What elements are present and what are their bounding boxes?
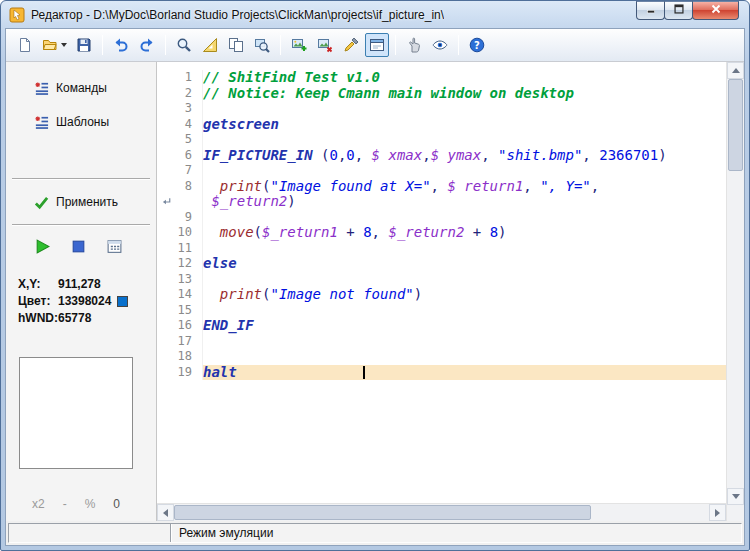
code-line: 13	[157, 272, 726, 288]
title-bar[interactable]: Редактор - D:\MyDoc\Borland Studio Proje…	[5, 1, 745, 28]
help-button[interactable]: ?	[465, 33, 489, 57]
code-text	[203, 272, 726, 288]
check-icon	[34, 195, 49, 210]
code-text	[203, 349, 726, 365]
vertical-scrollbar[interactable]	[726, 62, 744, 521]
code-text: print("Image found at X=", $_return1, ",…	[203, 179, 726, 195]
code-line: $_return2)	[157, 194, 726, 210]
horizontal-scroll-thumb[interactable]	[174, 505, 591, 520]
code-text	[203, 163, 726, 179]
play-icon	[34, 238, 54, 255]
hwnd-readout: hWND: 65778	[6, 310, 156, 327]
code-text	[203, 241, 726, 257]
scrollbar-corner	[727, 505, 744, 521]
line-number: 8	[157, 179, 203, 195]
code-text: END_IF	[203, 318, 726, 334]
stop-button[interactable]	[70, 236, 90, 256]
toolbar-separator	[458, 35, 459, 55]
code-text	[203, 334, 726, 350]
open-folder-icon	[42, 37, 58, 53]
scroll-down-button[interactable]	[727, 488, 744, 505]
status-cell-left	[9, 524, 171, 542]
code-text	[203, 210, 726, 226]
separator	[12, 224, 150, 226]
code-line: 11	[157, 241, 726, 257]
save-button[interactable]	[72, 33, 96, 57]
eye-button[interactable]	[428, 33, 452, 57]
window-title: Редактор - D:\MyDoc\Borland Studio Proje…	[31, 8, 444, 22]
open-folder-button[interactable]	[39, 33, 70, 57]
picture-button[interactable]	[313, 33, 337, 57]
code-line: 19halt	[157, 365, 726, 381]
code-line: 4getscreen	[157, 117, 726, 133]
undo-icon	[113, 37, 129, 53]
sidebar-item-commands[interactable]: Команды	[6, 78, 156, 98]
play-button[interactable]	[34, 236, 54, 256]
redo-button[interactable]	[135, 33, 159, 57]
maximize-button[interactable]	[664, 1, 693, 20]
code-line: 16END_IF	[157, 318, 726, 334]
save-icon	[76, 37, 92, 53]
zoom-value: 0	[113, 497, 120, 511]
minimize-button[interactable]	[636, 1, 665, 20]
new-file-button[interactable]	[13, 33, 37, 57]
undo-button[interactable]	[109, 33, 133, 57]
code-line: 17	[157, 334, 726, 350]
main-content: Команды Шаблоны Применить	[6, 62, 744, 521]
vertical-scroll-thumb[interactable]	[728, 79, 743, 171]
find-picture-button[interactable]	[250, 33, 274, 57]
code-text	[203, 101, 726, 117]
status-bar: Режим эмуляции	[6, 521, 744, 545]
sidebar-item-templates[interactable]: Шаблоны	[6, 112, 156, 132]
horizontal-scrollbar[interactable]	[157, 503, 726, 521]
line-number: 12	[157, 256, 203, 272]
window-toggle-button[interactable]	[365, 33, 389, 57]
zoom-button[interactable]	[172, 33, 196, 57]
code-line: 8 print("Image found at X=", $_return1, …	[157, 179, 726, 195]
code-text: halt	[203, 365, 726, 381]
color-picker-icon	[343, 37, 359, 53]
editor-window: Редактор - D:\MyDoc\Borland Studio Proje…	[0, 0, 750, 551]
ruler-icon	[202, 37, 218, 53]
code-text: getscreen	[203, 117, 726, 133]
zoom-dash: -	[63, 497, 67, 511]
scroll-down-icon	[732, 494, 740, 499]
scroll-up-button[interactable]	[727, 62, 744, 79]
code-lines[interactable]: 1// ShitFind Test v1.02// Notice: Keep C…	[157, 62, 726, 503]
code-text: print("Image not found")	[203, 287, 726, 303]
code-text	[203, 132, 726, 148]
hwnd-value: 65778	[58, 310, 91, 327]
info-block: X,Y: 911,278 Цвет: 13398024 hWND: 65778	[6, 276, 156, 327]
code-text: move($_return1 + 8, $_return2 + 8)	[203, 225, 726, 241]
hand-button[interactable]	[402, 33, 426, 57]
add-picture-button[interactable]	[287, 33, 311, 57]
scroll-left-icon	[163, 509, 168, 517]
scroll-right-button[interactable]	[709, 504, 726, 521]
line-number: 16	[157, 318, 203, 334]
line-number: 14	[157, 287, 203, 303]
code-text: else	[203, 256, 726, 272]
code-editor[interactable]: 1// ShitFind Test v1.02// Notice: Keep C…	[156, 62, 744, 521]
find-picture-icon	[254, 37, 270, 53]
copy-button[interactable]	[224, 33, 248, 57]
zoom-factor[interactable]: x2	[32, 497, 45, 511]
wrap-marker-icon	[157, 194, 203, 210]
line-number: 5	[157, 132, 203, 148]
line-number: 3	[157, 101, 203, 117]
color-value: 13398024	[58, 293, 111, 310]
new-file-icon	[17, 37, 33, 53]
color-picker-button[interactable]	[339, 33, 363, 57]
close-button[interactable]	[692, 1, 739, 20]
schedule-button[interactable]	[106, 236, 126, 256]
ruler-button[interactable]	[198, 33, 222, 57]
run-controls	[6, 236, 156, 256]
color-swatch	[117, 296, 128, 307]
code-text: // Notice: Keep Cmann main window on des…	[203, 86, 726, 102]
scroll-left-button[interactable]	[157, 504, 174, 521]
color-readout: Цвет: 13398024	[6, 293, 156, 310]
apply-button[interactable]: Применить	[6, 192, 156, 212]
line-number: 1	[157, 70, 203, 86]
xy-readout: X,Y: 911,278	[6, 276, 156, 293]
maximize-icon	[672, 2, 686, 19]
xy-label: X,Y:	[18, 276, 58, 293]
